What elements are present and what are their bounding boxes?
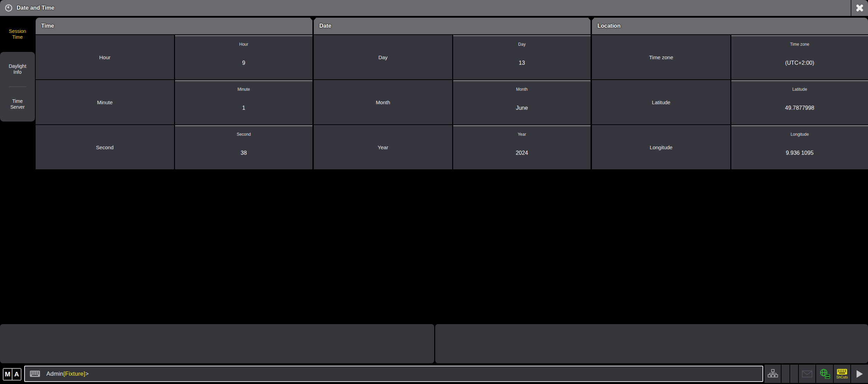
- table-row: Year Year 2024: [314, 125, 591, 169]
- month-value-cell[interactable]: Month June: [453, 80, 591, 124]
- section-date: Date Day Day 13 Month Month June Year: [314, 18, 591, 169]
- longitude-value-cell[interactable]: Longitude 9.936 1095: [731, 125, 868, 169]
- row-label-time-zone: Time zone: [592, 35, 730, 79]
- section-date-title: Date: [319, 23, 331, 29]
- sidebar-item-time-server[interactable]: Time Server: [0, 87, 35, 122]
- section-location: Location Time zone Time zone (UTC+2:00) …: [592, 18, 868, 169]
- empty-view-panel-left: [0, 324, 434, 363]
- command-prompt-caret: >: [85, 370, 89, 377]
- shortcuts-button[interactable]: ShCuts: [834, 365, 850, 383]
- table-row: Second Second 38: [36, 125, 312, 169]
- table-row: Latitude Latitude 49.7877998: [592, 80, 868, 124]
- keyboard-icon: [30, 370, 40, 377]
- close-button[interactable]: [851, 0, 868, 16]
- row-label-latitude: Latitude: [592, 80, 730, 124]
- table-row: Hour Hour 9: [36, 35, 312, 79]
- network-hierarchy-icon: [768, 369, 778, 378]
- row-label-month: Month: [314, 80, 452, 124]
- table-row: Month Month June: [314, 80, 591, 124]
- status-button-2[interactable]: [790, 365, 798, 383]
- cell-caption: Year: [453, 132, 591, 137]
- hour-value-cell[interactable]: Hour 9: [175, 35, 312, 79]
- latitude-value-cell[interactable]: Latitude 49.7877998: [731, 80, 868, 124]
- cell-caption: Month: [453, 87, 591, 92]
- cell-value: 9: [175, 60, 312, 66]
- shortcuts-keyboard-icon: [837, 369, 847, 375]
- table-row: Time zone Time zone (UTC+2:00): [592, 35, 868, 79]
- row-label-longitude: Longitude: [592, 125, 730, 169]
- cell-value: June: [453, 105, 591, 111]
- network-status-button[interactable]: [816, 365, 833, 383]
- section-divider-notch: [588, 18, 594, 21]
- time-zone-value-cell[interactable]: Time zone (UTC+2:00): [731, 35, 868, 79]
- close-icon: [855, 3, 865, 13]
- network-button[interactable]: [765, 365, 781, 383]
- command-line-input[interactable]: Admin[Fixture]>: [24, 366, 763, 382]
- command-prompt-user: Admin: [46, 370, 63, 377]
- table-row: Longitude Longitude 9.936 1095: [592, 125, 868, 169]
- cell-value: 2024: [453, 150, 591, 156]
- row-label-minute: Minute: [36, 80, 174, 124]
- command-prompt-target: [Fixture]: [63, 370, 85, 377]
- row-label-day: Day: [314, 35, 452, 79]
- minute-value-cell[interactable]: Minute 1: [175, 80, 312, 124]
- cell-caption: Hour: [175, 42, 312, 47]
- sidebar-item-daylight-info[interactable]: Daylight Info: [0, 52, 35, 87]
- play-button[interactable]: [851, 365, 868, 383]
- sidebar-item-session-time[interactable]: Session Time: [0, 17, 35, 51]
- cell-caption: Latitude: [731, 87, 868, 92]
- ma-menu-button[interactable]: M A: [3, 368, 21, 381]
- window-title: Date and Time: [17, 5, 54, 11]
- section-divider-notch: [310, 18, 316, 21]
- row-label-second: Second: [36, 125, 174, 169]
- cell-caption: Second: [175, 132, 312, 137]
- section-time-title: Time: [41, 23, 54, 29]
- section-location-header: Location: [592, 18, 868, 34]
- table-row: Minute Minute 1: [36, 80, 312, 124]
- cell-value: 38: [175, 150, 312, 156]
- cell-caption: Time zone: [731, 42, 868, 47]
- ma-logo-letter-a: A: [12, 369, 21, 380]
- table-row: Day Day 13: [314, 35, 591, 79]
- cell-value: 1: [175, 105, 312, 111]
- date-and-time-window: Date and Time Session Time Daylight Info…: [0, 0, 868, 384]
- ma-logo-letter-m: M: [3, 369, 12, 380]
- envelope-icon: [802, 370, 812, 377]
- clock-icon: [5, 4, 12, 12]
- cell-value: 9.936 1095: [731, 150, 868, 156]
- second-value-cell[interactable]: Second 38: [175, 125, 312, 169]
- sidebar-tab-group: Daylight Info Time Server: [0, 52, 35, 122]
- messages-button[interactable]: [799, 365, 815, 383]
- section-location-title: Location: [597, 23, 621, 29]
- shortcuts-label: ShCuts: [837, 375, 848, 379]
- section-time: Time Hour Hour 9 Minute Minute 1 Second: [36, 18, 312, 169]
- row-label-year: Year: [314, 125, 452, 169]
- cell-caption: Minute: [175, 87, 312, 92]
- status-button-1[interactable]: [782, 365, 789, 383]
- cell-caption: Longitude: [731, 132, 868, 137]
- year-value-cell[interactable]: Year 2024: [453, 125, 591, 169]
- cell-value: 49.7877998: [731, 105, 868, 111]
- empty-view-panel-right: [435, 324, 868, 363]
- play-icon: [856, 370, 863, 378]
- cell-value: (UTC+2:00): [731, 60, 868, 66]
- window-titlebar: Date and Time: [0, 0, 868, 16]
- row-label-hour: Hour: [36, 35, 174, 79]
- day-value-cell[interactable]: Day 13: [453, 35, 591, 79]
- globe-server-icon: [819, 369, 830, 379]
- section-date-header: Date: [314, 18, 591, 34]
- section-time-header: Time: [36, 18, 312, 34]
- cell-caption: Day: [453, 42, 591, 47]
- command-prompt: Admin[Fixture]>: [46, 370, 89, 377]
- cell-value: 13: [453, 60, 591, 66]
